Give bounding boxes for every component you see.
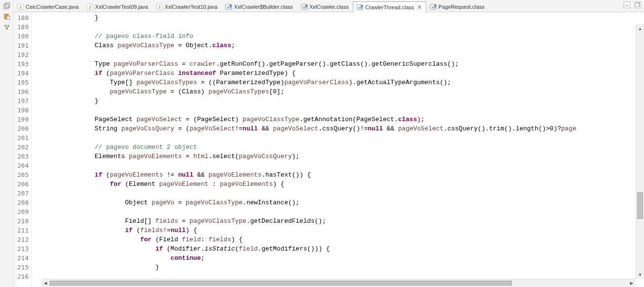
- code-line: PageSelect pageVoSelect = (PageSelect) p…: [34, 115, 644, 124]
- code-line: if (Modifier.isStatic(field.getModifiers…: [34, 244, 644, 253]
- restore-view-icon[interactable]: ❐: [634, 1, 641, 8]
- scroll-right-arrow[interactable]: ▶: [627, 279, 636, 287]
- svg-point-5: [7, 25, 9, 27]
- svg-text:J: J: [89, 4, 91, 9]
- code-line: Class pageVoClassType = Object.class;: [34, 41, 644, 50]
- tab-pagerequest-class[interactable]: 101PageRequest.class: [426, 1, 489, 12]
- editor-area: 1881891901911921931941951961971981992002…: [14, 12, 644, 287]
- code-line: }: [34, 263, 644, 272]
- code-line: [34, 133, 644, 143]
- scroll-thumb-vertical[interactable]: [637, 192, 643, 219]
- tab-label: XxlCrawlerTest09.java: [95, 4, 148, 10]
- class-file-icon: 101: [356, 4, 363, 11]
- editor-tab-bar: JCeicCrawlerCase.javaJXxlCrawlerTest09.j…: [14, 0, 644, 12]
- tab-label: XxlCrawler.class: [310, 4, 349, 10]
- tab-label: CeicCrawlerCase.java: [26, 4, 79, 10]
- tab-label: XxlCrawler$Builder.class: [234, 4, 293, 10]
- code-line: }: [34, 13, 644, 22]
- code-line: Type pageVoParserClass = crawler.getRunC…: [34, 59, 644, 69]
- line-number-gutter: 1881891901911921931941951961971981992002…: [14, 12, 32, 287]
- code-line: Type[] pageVoClassTypes = ((Parameterize…: [34, 78, 644, 87]
- svg-rect-21: [361, 5, 363, 7]
- code-line: if (fields!=null) {: [34, 226, 644, 235]
- code-line: Elements pageVoElements = html.select(pa…: [34, 152, 644, 161]
- toolbar-hierarchy-icon[interactable]: [3, 23, 11, 31]
- code-line: if (pageVoParserClass instanceof Paramet…: [34, 69, 644, 78]
- tab-xxlcrawler-class[interactable]: 101XxlCrawler.class: [297, 1, 353, 12]
- code-line: Object pageVo = pageVoClassType.newInsta…: [34, 198, 644, 207]
- close-icon[interactable]: ✕: [417, 4, 422, 11]
- code-line: String pageVoCssQuery = (pageVoSelect!=n…: [34, 124, 644, 133]
- svg-rect-0: [4, 4, 8, 9]
- scroll-down-arrow[interactable]: ▼: [636, 270, 644, 279]
- class-file-icon: 101: [301, 3, 308, 10]
- java-file-icon: J: [87, 3, 93, 10]
- code-line: [34, 207, 644, 216]
- horizontal-scrollbar[interactable]: ◀ ▶: [41, 279, 636, 287]
- code-line: if (pageVoElements != null && pageVoElem…: [34, 170, 644, 179]
- code-line: [34, 161, 644, 170]
- tab-xxlcrawler-builder-class[interactable]: 101XxlCrawler$Builder.class: [222, 1, 297, 12]
- tab-ceiccrawlercase-java[interactable]: JCeicCrawlerCase.java: [14, 1, 83, 12]
- svg-rect-24: [435, 4, 436, 6]
- code-line: continue;: [34, 253, 644, 263]
- tab-label: XxlCrawlerTest10.java: [165, 4, 218, 10]
- tab-xxlcrawlertest10-java[interactable]: JXxlCrawlerTest10.java: [153, 1, 222, 12]
- code-line: for (Element pageVoElement : pageVoEleme…: [34, 179, 644, 189]
- source-code[interactable]: } // pagevo class-field info Class pageV…: [32, 12, 644, 287]
- java-file-icon: J: [17, 3, 24, 10]
- code-line: // pagevo class-field info: [34, 32, 644, 41]
- vertical-scrollbar[interactable]: ▲ ▼: [636, 24, 644, 279]
- code-line: [34, 106, 644, 115]
- minimize-view-icon[interactable]: –: [624, 1, 630, 8]
- tab-label: CrawlerThread.class: [365, 4, 414, 10]
- svg-text:J: J: [19, 4, 22, 9]
- code-line: pageVoClassType = (Class) pageVoClassTyp…: [34, 87, 644, 96]
- code-line: // pagevo document 2 object: [34, 143, 644, 152]
- code-line: for (Field field: fields) {: [34, 235, 644, 244]
- svg-rect-1: [5, 3, 10, 7]
- svg-text:J: J: [158, 4, 160, 9]
- code-line: }: [34, 96, 644, 106]
- code-line: [34, 22, 644, 32]
- tab-label: PageRequest.class: [438, 4, 485, 10]
- svg-rect-3: [7, 16, 10, 19]
- scroll-up-arrow[interactable]: ▲: [636, 24, 644, 33]
- toolbar-paste-icon[interactable]: [3, 13, 11, 20]
- code-line: [34, 50, 644, 59]
- java-file-icon: J: [156, 3, 163, 10]
- class-file-icon: 101: [430, 3, 436, 10]
- left-toolbar: [0, 0, 14, 287]
- svg-point-4: [4, 25, 6, 27]
- class-file-icon: 101: [225, 3, 232, 10]
- scroll-left-arrow[interactable]: ◀: [41, 279, 50, 287]
- code-line: Field[] fields = pageVoClassType.getDecl…: [34, 216, 644, 226]
- svg-rect-18: [305, 4, 307, 6]
- scroll-thumb-horizontal[interactable]: [50, 281, 512, 286]
- code-line: [34, 189, 644, 198]
- tab-xxlcrawlertest09-java[interactable]: JXxlCrawlerTest09.java: [83, 1, 153, 12]
- toolbar-restore-icon[interactable]: [3, 2, 11, 10]
- tab-crawlerthread-class[interactable]: 101CrawlerThread.class✕: [353, 1, 426, 12]
- svg-rect-15: [230, 4, 232, 6]
